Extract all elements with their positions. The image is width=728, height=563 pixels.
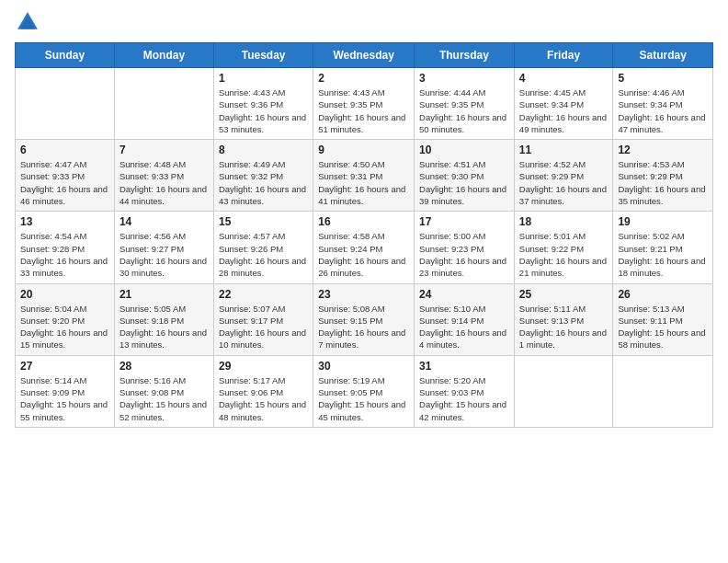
week-row-2: 6Sunrise: 4:47 AMSunset: 9:33 PMDaylight… (16, 140, 713, 212)
day-number: 27 (20, 360, 109, 373)
cell-info: Sunrise: 4:45 AMSunset: 9:34 PMDaylight:… (519, 86, 609, 135)
calendar-cell (613, 355, 713, 427)
calendar-cell: 3Sunrise: 4:44 AMSunset: 9:35 PMDaylight… (415, 68, 515, 140)
calendar-cell: 17Sunrise: 5:00 AMSunset: 9:23 PMDayligh… (415, 212, 515, 283)
cell-info: Sunrise: 5:19 AMSunset: 9:05 PMDaylight:… (318, 374, 409, 423)
cell-info: Sunrise: 4:43 AMSunset: 9:36 PMDaylight:… (219, 86, 308, 135)
day-number: 18 (519, 215, 609, 228)
cell-info: Sunrise: 4:52 AMSunset: 9:29 PMDaylight:… (519, 158, 609, 207)
calendar-cell: 25Sunrise: 5:11 AMSunset: 9:13 PMDayligh… (514, 283, 613, 355)
day-number: 28 (119, 360, 209, 373)
calendar-cell: 28Sunrise: 5:16 AMSunset: 9:08 PMDayligh… (114, 355, 213, 427)
calendar-cell: 29Sunrise: 5:17 AMSunset: 9:06 PMDayligh… (213, 355, 313, 427)
cell-info: Sunrise: 5:14 AMSunset: 9:09 PMDaylight:… (20, 374, 109, 423)
day-number: 11 (519, 144, 609, 156)
calendar-cell: 27Sunrise: 5:14 AMSunset: 9:09 PMDayligh… (16, 355, 115, 427)
calendar-cell: 1Sunrise: 4:43 AMSunset: 9:36 PMDaylight… (213, 68, 313, 140)
calendar-cell: 24Sunrise: 5:10 AMSunset: 9:14 PMDayligh… (415, 283, 515, 355)
calendar-cell: 31Sunrise: 5:20 AMSunset: 9:03 PMDayligh… (415, 355, 515, 427)
logo (15, 9, 44, 35)
header (15, 9, 713, 35)
day-number: 10 (419, 144, 509, 156)
calendar-body: 1Sunrise: 4:43 AMSunset: 9:36 PMDaylight… (16, 68, 713, 428)
day-number: 3 (419, 72, 509, 85)
cell-info: Sunrise: 5:05 AMSunset: 9:18 PMDaylight:… (119, 303, 209, 351)
calendar: SundayMondayTuesdayWednesdayThursdayFrid… (15, 42, 713, 428)
cell-info: Sunrise: 4:54 AMSunset: 9:28 PMDaylight:… (20, 230, 109, 279)
day-number: 7 (119, 144, 209, 156)
week-row-1: 1Sunrise: 4:43 AMSunset: 9:36 PMDaylight… (16, 68, 713, 140)
calendar-cell: 15Sunrise: 4:57 AMSunset: 9:26 PMDayligh… (213, 212, 313, 283)
day-number: 20 (20, 288, 109, 301)
day-number: 21 (119, 288, 209, 301)
calendar-cell: 19Sunrise: 5:02 AMSunset: 9:21 PMDayligh… (613, 212, 713, 283)
cell-info: Sunrise: 5:07 AMSunset: 9:17 PMDaylight:… (219, 303, 308, 351)
calendar-cell: 20Sunrise: 5:04 AMSunset: 9:20 PMDayligh… (16, 283, 115, 355)
calendar-cell (514, 355, 613, 427)
calendar-cell: 4Sunrise: 4:45 AMSunset: 9:34 PMDaylight… (514, 68, 613, 140)
day-number: 26 (618, 288, 708, 301)
day-number: 23 (318, 288, 409, 301)
calendar-cell: 22Sunrise: 5:07 AMSunset: 9:17 PMDayligh… (213, 283, 313, 355)
day-number: 19 (618, 215, 708, 228)
week-row-3: 13Sunrise: 4:54 AMSunset: 9:28 PMDayligh… (16, 212, 713, 283)
calendar-cell: 21Sunrise: 5:05 AMSunset: 9:18 PMDayligh… (114, 283, 213, 355)
page: SundayMondayTuesdayWednesdayThursdayFrid… (0, 0, 728, 563)
calendar-cell: 26Sunrise: 5:13 AMSunset: 9:11 PMDayligh… (613, 283, 713, 355)
day-header-wednesday: Wednesday (313, 43, 415, 68)
day-number: 15 (219, 215, 308, 228)
day-number: 16 (318, 215, 409, 228)
day-number: 22 (219, 288, 308, 301)
week-row-5: 27Sunrise: 5:14 AMSunset: 9:09 PMDayligh… (16, 355, 713, 427)
day-number: 17 (419, 215, 509, 228)
day-number: 4 (519, 72, 609, 85)
cell-info: Sunrise: 4:43 AMSunset: 9:35 PMDaylight:… (318, 86, 409, 135)
cell-info: Sunrise: 5:02 AMSunset: 9:21 PMDaylight:… (618, 230, 708, 279)
cell-info: Sunrise: 5:11 AMSunset: 9:13 PMDaylight:… (519, 303, 609, 351)
calendar-cell: 11Sunrise: 4:52 AMSunset: 9:29 PMDayligh… (514, 140, 613, 212)
cell-info: Sunrise: 5:16 AMSunset: 9:08 PMDaylight:… (119, 374, 209, 423)
calendar-cell: 23Sunrise: 5:08 AMSunset: 9:15 PMDayligh… (313, 283, 415, 355)
day-header-monday: Monday (114, 43, 213, 68)
calendar-cell: 5Sunrise: 4:46 AMSunset: 9:34 PMDaylight… (613, 68, 713, 140)
day-number: 5 (618, 72, 708, 85)
cell-info: Sunrise: 4:48 AMSunset: 9:33 PMDaylight:… (119, 158, 209, 207)
calendar-cell: 18Sunrise: 5:01 AMSunset: 9:22 PMDayligh… (514, 212, 613, 283)
cell-info: Sunrise: 4:50 AMSunset: 9:31 PMDaylight:… (318, 158, 409, 207)
cell-info: Sunrise: 4:53 AMSunset: 9:29 PMDaylight:… (618, 158, 708, 207)
cell-info: Sunrise: 5:10 AMSunset: 9:14 PMDaylight:… (419, 303, 509, 351)
calendar-cell: 30Sunrise: 5:19 AMSunset: 9:05 PMDayligh… (313, 355, 415, 427)
cell-info: Sunrise: 5:17 AMSunset: 9:06 PMDaylight:… (219, 374, 308, 423)
day-number: 6 (20, 144, 109, 156)
cell-info: Sunrise: 5:13 AMSunset: 9:11 PMDaylight:… (618, 303, 708, 351)
day-number: 8 (219, 144, 308, 156)
calendar-cell: 9Sunrise: 4:50 AMSunset: 9:31 PMDaylight… (313, 140, 415, 212)
cell-info: Sunrise: 5:01 AMSunset: 9:22 PMDaylight:… (519, 230, 609, 279)
calendar-header-row: SundayMondayTuesdayWednesdayThursdayFrid… (16, 43, 713, 68)
cell-info: Sunrise: 5:00 AMSunset: 9:23 PMDaylight:… (419, 230, 509, 279)
calendar-cell: 14Sunrise: 4:56 AMSunset: 9:27 PMDayligh… (114, 212, 213, 283)
cell-info: Sunrise: 4:51 AMSunset: 9:30 PMDaylight:… (419, 158, 509, 207)
cell-info: Sunrise: 5:08 AMSunset: 9:15 PMDaylight:… (318, 303, 409, 351)
day-header-thursday: Thursday (415, 43, 515, 68)
day-header-saturday: Saturday (613, 43, 713, 68)
day-header-sunday: Sunday (16, 43, 115, 68)
calendar-cell: 10Sunrise: 4:51 AMSunset: 9:30 PMDayligh… (415, 140, 515, 212)
cell-info: Sunrise: 4:44 AMSunset: 9:35 PMDaylight:… (419, 86, 509, 135)
cell-info: Sunrise: 4:57 AMSunset: 9:26 PMDaylight:… (219, 230, 308, 279)
cell-info: Sunrise: 4:56 AMSunset: 9:27 PMDaylight:… (119, 230, 209, 279)
calendar-cell: 2Sunrise: 4:43 AMSunset: 9:35 PMDaylight… (313, 68, 415, 140)
day-number: 30 (318, 360, 409, 373)
day-number: 25 (519, 288, 609, 301)
day-number: 14 (119, 215, 209, 228)
cell-info: Sunrise: 5:20 AMSunset: 9:03 PMDaylight:… (419, 374, 509, 423)
day-number: 31 (419, 360, 509, 373)
day-number: 13 (20, 215, 109, 228)
calendar-cell: 12Sunrise: 4:53 AMSunset: 9:29 PMDayligh… (613, 140, 713, 212)
cell-info: Sunrise: 4:58 AMSunset: 9:24 PMDaylight:… (318, 230, 409, 279)
logo-icon (15, 9, 40, 35)
day-number: 9 (318, 144, 409, 156)
calendar-cell: 13Sunrise: 4:54 AMSunset: 9:28 PMDayligh… (16, 212, 115, 283)
cell-info: Sunrise: 4:46 AMSunset: 9:34 PMDaylight:… (618, 86, 708, 135)
day-number: 1 (219, 72, 308, 85)
